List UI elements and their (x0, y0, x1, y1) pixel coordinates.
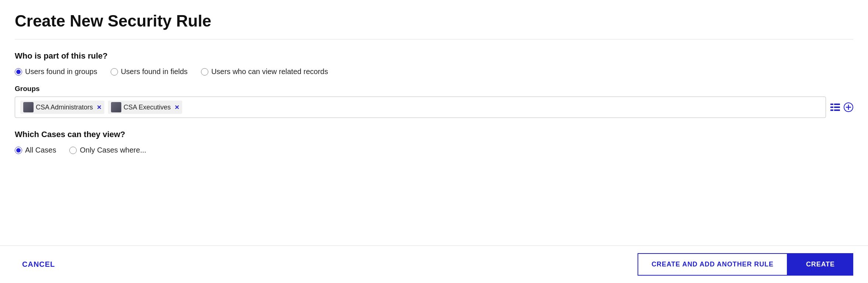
svg-rect-3 (834, 106, 840, 108)
radio-label-related: Users who can view related records (211, 67, 328, 76)
group-tag-name-execs: CSA Executives (124, 104, 171, 111)
group-tag-name-admins: CSA Administrators (36, 104, 93, 111)
cancel-button[interactable]: CANCEL (15, 254, 62, 275)
page-title: Create New Security Rule (15, 12, 853, 30)
radio-users-fields[interactable]: Users found in fields (111, 67, 188, 76)
radio-all-cases[interactable]: All Cases (15, 146, 56, 154)
group-avatar-admins (23, 102, 34, 112)
radio-label-all-cases: All Cases (25, 146, 56, 154)
who-radio-group: Users found in groups Users found in fie… (15, 67, 853, 76)
radio-label-groups: Users found in groups (25, 67, 97, 76)
who-section-label: Who is part of this rule? (15, 51, 853, 61)
radio-input-fields[interactable] (111, 68, 118, 76)
title-divider (15, 39, 853, 39)
cases-radio-group: All Cases Only Cases where... (15, 146, 853, 154)
group-tag-remove-execs[interactable]: ✕ (174, 104, 179, 111)
group-tag-remove-admins[interactable]: ✕ (97, 104, 101, 111)
radio-cases-where[interactable]: Only Cases where... (69, 146, 146, 154)
create-and-add-button[interactable]: CREATE AND ADD ANOTHER RULE (638, 253, 788, 276)
groups-row: CSA Administrators ✕ CSA Executives ✕ (15, 97, 853, 118)
radio-label-cases-where: Only Cases where... (80, 146, 146, 154)
radio-input-all-cases[interactable] (15, 147, 22, 154)
group-tag-csa-admins: CSA Administrators ✕ (20, 101, 104, 114)
groups-label: Groups (15, 85, 853, 93)
groups-input-box[interactable]: CSA Administrators ✕ CSA Executives ✕ (15, 97, 826, 118)
group-tag-csa-execs: CSA Executives ✕ (108, 101, 182, 114)
radio-input-groups[interactable] (15, 68, 22, 76)
radio-users-groups[interactable]: Users found in groups (15, 67, 97, 76)
add-icon[interactable] (844, 102, 853, 112)
radio-input-cases-where[interactable] (69, 147, 77, 154)
create-button[interactable]: CREATE (788, 253, 853, 276)
which-cases-label: Which Cases can they view? (15, 130, 853, 139)
footer-right: CREATE AND ADD ANOTHER RULE CREATE (638, 253, 853, 276)
radio-input-related[interactable] (201, 68, 208, 76)
group-avatar-execs (111, 102, 121, 112)
groups-action-icons (830, 102, 853, 112)
svg-rect-1 (834, 104, 840, 105)
svg-rect-5 (834, 109, 840, 111)
radio-label-fields: Users found in fields (121, 67, 188, 76)
list-view-icon[interactable] (830, 103, 840, 111)
svg-rect-2 (830, 106, 833, 108)
main-content: Create New Security Rule Who is part of … (0, 0, 868, 245)
svg-rect-4 (830, 109, 833, 111)
footer-bar: CANCEL CREATE AND ADD ANOTHER RULE CREAT… (0, 245, 868, 283)
which-cases-section: Which Cases can they view? All Cases Onl… (15, 130, 853, 154)
radio-users-related[interactable]: Users who can view related records (201, 67, 328, 76)
svg-rect-0 (830, 104, 833, 105)
